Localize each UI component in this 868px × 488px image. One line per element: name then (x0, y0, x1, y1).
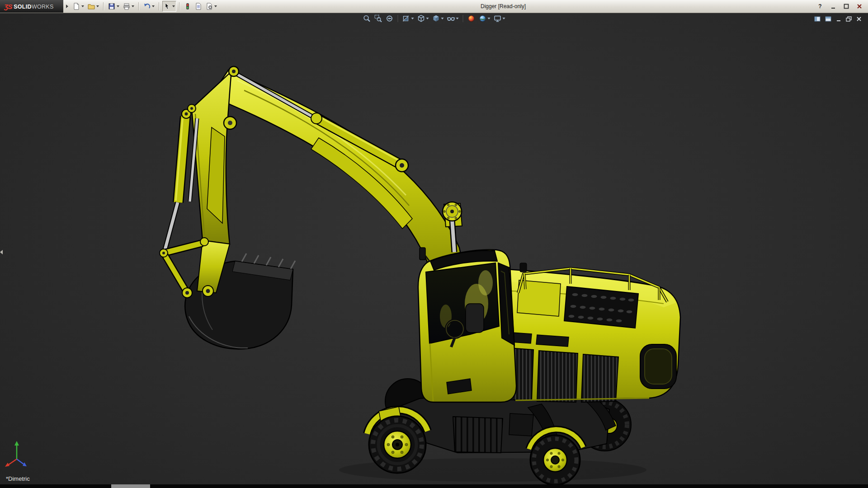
open-document-icon (88, 3, 95, 10)
digger-3d-model[interactable] (0, 0, 868, 488)
restore-icon (846, 16, 852, 22)
open-document-button[interactable] (86, 1, 100, 12)
undo-icon (143, 3, 151, 10)
window-title: Digger [Read-only] (481, 0, 526, 13)
dropdown-caret (456, 18, 459, 19)
orientation-triad (2, 439, 34, 473)
close-button[interactable] (855, 2, 863, 10)
save-icon (108, 3, 115, 10)
dropdown-caret (132, 5, 134, 7)
options-gear-icon (206, 3, 213, 10)
hide-show-items-button[interactable] (446, 14, 460, 23)
dropdown-caret (117, 5, 119, 7)
view-orientation-button[interactable] (416, 14, 430, 23)
zoom-to-fit-icon (363, 14, 371, 23)
minimize-icon (830, 3, 836, 9)
previous-view-icon (386, 14, 394, 23)
view-settings-button[interactable] (493, 14, 506, 23)
document-window-controls (814, 16, 862, 22)
toolbar-expand-chevron[interactable] (66, 5, 68, 8)
display-style-button[interactable] (431, 14, 445, 23)
cab[interactable] (418, 248, 516, 402)
pane-split-vertical-icon (814, 16, 821, 22)
minimize-icon (836, 16, 841, 22)
save-button[interactable] (107, 1, 121, 12)
zoom-to-area-icon (374, 14, 382, 23)
dropdown-caret (441, 18, 444, 19)
dropdown-caret (214, 5, 217, 7)
undo-button[interactable] (142, 1, 156, 12)
file-properties-button[interactable] (193, 1, 203, 12)
graphics-viewport[interactable]: *Dimetric (0, 0, 868, 488)
edit-appearance-button[interactable] (467, 14, 476, 23)
view-settings-icon (494, 14, 502, 23)
toolbar-separator (103, 2, 104, 10)
document-close-button[interactable] (856, 16, 862, 22)
maximize-button[interactable] (842, 2, 850, 10)
pane-split-horizontal-icon (825, 16, 831, 22)
boom-arm[interactable] (160, 66, 463, 298)
dropdown-caret (488, 18, 491, 19)
section-view-button[interactable] (401, 14, 415, 23)
apply-scene-button[interactable] (478, 14, 491, 23)
pane-split-vertical-button[interactable] (814, 16, 821, 22)
toolbar-separator (159, 2, 160, 10)
print-button[interactable] (122, 1, 136, 12)
print-icon (123, 3, 130, 10)
minimize-button[interactable] (829, 2, 837, 10)
headsup-toolbar (362, 14, 506, 23)
close-icon (856, 3, 863, 9)
view-orientation-icon (417, 14, 425, 23)
zoom-to-fit-button[interactable] (362, 14, 372, 23)
apply-scene-icon (479, 14, 487, 23)
headsup-separator (463, 15, 463, 22)
close-icon (856, 16, 862, 22)
status-strip-segment (111, 484, 150, 488)
dropdown-caret (152, 5, 155, 7)
dropdown-caret (96, 5, 99, 7)
view-orientation-label: *Dimetric (6, 475, 30, 482)
new-document-icon (73, 3, 80, 10)
dropdown-caret (172, 5, 175, 7)
solidworks-logo-mark: ƷS (4, 3, 12, 10)
options-button[interactable] (204, 1, 218, 12)
chevron-left-icon (0, 250, 3, 254)
standard-toolbar (71, 1, 218, 12)
solidworks-window: *Dimetric ƷS SOLIDWORKS (0, 0, 868, 488)
titlebar: ƷS SOLIDWORKS (0, 0, 868, 13)
zoom-to-area-button[interactable] (373, 14, 383, 23)
brand-text-light: WORKS (32, 4, 54, 10)
dropdown-caret (411, 18, 414, 19)
status-strip (0, 484, 868, 488)
edit-appearance-icon (467, 14, 476, 23)
brand-text-bold: SOLID (14, 4, 32, 10)
pane-split-horizontal-button[interactable] (825, 16, 831, 22)
previous-view-button[interactable] (385, 14, 395, 23)
hide-show-items-icon (447, 14, 455, 23)
window-controls: ? (816, 0, 863, 13)
rebuild-button[interactable] (183, 1, 193, 12)
panel-collapse-arrow[interactable] (0, 246, 5, 258)
new-document-button[interactable] (71, 1, 85, 12)
dropdown-caret (426, 18, 429, 19)
section-view-icon (402, 14, 410, 23)
select-cursor-icon (164, 3, 171, 10)
toolbar-separator (138, 2, 139, 10)
rebuild-traffic-light-icon (184, 3, 191, 10)
solidworks-logo: ƷS SOLIDWORKS (0, 0, 63, 13)
dropdown-caret (503, 18, 505, 19)
display-style-icon (432, 14, 440, 23)
document-minimize-button[interactable] (836, 16, 841, 22)
document-restore-button[interactable] (846, 16, 852, 22)
headsup-separator (398, 15, 398, 22)
dropdown-caret (81, 5, 84, 7)
toolbar-separator (179, 2, 180, 10)
file-properties-icon (195, 3, 202, 10)
maximize-icon (843, 3, 849, 9)
help-button[interactable]: ? (816, 2, 824, 10)
engine-housing[interactable] (495, 263, 680, 402)
select-button[interactable] (162, 1, 176, 12)
